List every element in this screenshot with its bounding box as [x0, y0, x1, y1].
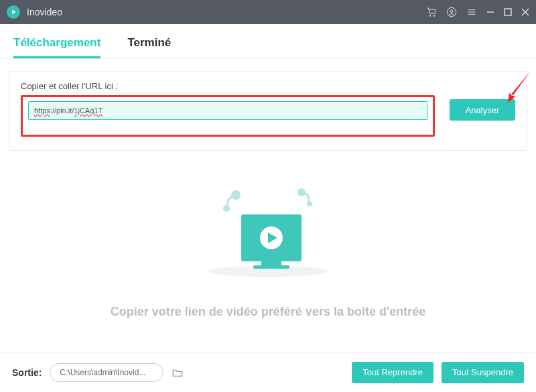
titlebar: Inovideo [0, 0, 536, 24]
svg-point-3 [450, 10, 453, 13]
annotation-arrow-icon [501, 68, 533, 105]
svg-point-16 [231, 190, 241, 200]
output-path[interactable]: C:\Users\admin\Inovid... [50, 363, 163, 382]
minimize-icon[interactable] [486, 8, 494, 16]
svg-point-1 [433, 15, 435, 16]
cart-icon[interactable] [426, 7, 437, 17]
resume-all-button[interactable]: Tout Reprendre [352, 362, 433, 383]
svg-rect-14 [253, 265, 289, 269]
tabs: Téléchargement Terminé [0, 24, 536, 59]
svg-rect-13 [261, 261, 281, 265]
svg-point-0 [429, 15, 431, 16]
svg-point-19 [307, 201, 312, 206]
output-label: Sortie: [12, 367, 42, 378]
menu-icon[interactable] [466, 7, 477, 17]
illustration [0, 178, 536, 278]
suspend-all-button[interactable]: Tout Suspendre [442, 362, 524, 383]
user-icon[interactable] [446, 7, 457, 17]
svg-point-18 [297, 188, 306, 196]
svg-point-2 [447, 7, 456, 16]
app-title: Inovideo [27, 7, 426, 17]
tab-done[interactable]: Terminé [127, 36, 171, 58]
url-highlight: https://pin.it/1jCAq1T [21, 95, 435, 137]
maximize-icon[interactable] [504, 8, 512, 16]
app-logo [7, 5, 20, 19]
url-label: Copier et coller l'URL ici : [21, 81, 515, 91]
url-card: Copier et coller l'URL ici : https://pin… [9, 71, 527, 151]
footer: Sortie: C:\Users\admin\Inovid... Tout Re… [0, 352, 536, 392]
folder-icon[interactable] [172, 367, 184, 379]
svg-point-17 [223, 205, 230, 212]
url-input[interactable]: https://pin.it/1jCAq1T [28, 101, 427, 120]
svg-rect-8 [505, 9, 511, 15]
close-icon[interactable] [521, 8, 529, 16]
placeholder-text: Copier votre lien de vidéo préféré vers … [0, 305, 536, 319]
tab-download[interactable]: Téléchargement [13, 36, 100, 58]
